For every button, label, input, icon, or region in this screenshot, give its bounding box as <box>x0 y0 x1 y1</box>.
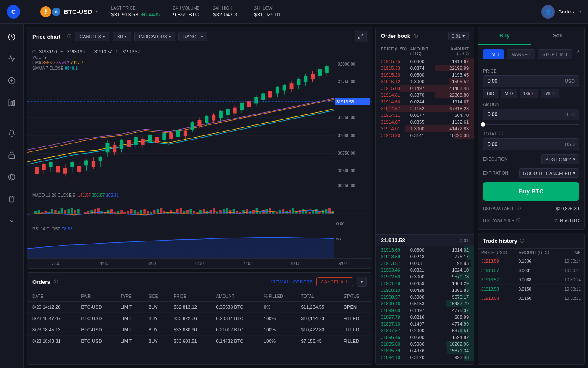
orders-expand-button[interactable]: ▾ <box>357 277 367 287</box>
table-row[interactable]: 8/23 18:43:31 BTC-USD LIMIT BUY $33,603.… <box>27 336 372 347</box>
pct5-button[interactable]: 5% ▼ <box>541 89 559 98</box>
buy-sell-tabs: Buy Sell <box>478 27 584 45</box>
order-book-bid-row[interactable]: 31895.79 0.4976 15871.34 <box>376 347 474 354</box>
mid-button[interactable]: MID <box>501 89 517 98</box>
order-book-bid-row[interactable]: 31897.79 0.0216 688.99 <box>376 314 474 320</box>
bid-bar <box>467 334 474 341</box>
trade-history-info-icon[interactable]: ⓘ <box>520 238 524 244</box>
range-button[interactable]: RANGE ▾ <box>178 32 207 41</box>
pair-selector[interactable]: ₿ $ BTC-USD ▾ <box>40 6 98 17</box>
table-row[interactable]: 8/23 18:45:13 BTC-USD LIMIT BUY $33,630.… <box>27 324 372 336</box>
svg-rect-36 <box>92 161 95 167</box>
svg-rect-130 <box>91 210 93 214</box>
sidebar-item-bell[interactable] <box>5 127 18 140</box>
order-book-bid-row[interactable]: 31899.46 0.5153 16437.79 <box>376 300 474 307</box>
order-price: $33,630.90 <box>169 324 211 336</box>
order-book-bid-row[interactable]: 31900.10 0.0428 1365.83 <box>376 287 474 294</box>
volume-label: 24H VOLUME <box>173 6 200 11</box>
back-button[interactable]: ← <box>27 8 34 16</box>
sell-tab[interactable]: Sell <box>531 27 585 45</box>
order-book-ask-row[interactable]: 31914.01 1.3000 41472.83 <box>376 125 474 132</box>
avatar: 👤 <box>541 5 555 19</box>
usd-info-icon[interactable]: ⓘ <box>517 206 521 212</box>
sidebar-item-chart[interactable] <box>5 52 18 66</box>
table-row[interactable]: 8/23 18:47:47 BTC-USD LIMIT BUY $33,622.… <box>27 313 372 324</box>
order-book-ask-row[interactable]: 31914.57 2.1152 67318.28 <box>376 105 474 112</box>
execution-caret-icon: ▾ <box>573 156 575 162</box>
order-book-ask-row[interactable]: 31915.33 0.0374 22196.99 <box>376 65 474 71</box>
sidebar-item-clock[interactable] <box>5 30 18 44</box>
order-book-ask-row[interactable]: 31914.07 0.0355 1132.61 <box>376 119 474 125</box>
order-book-bid-row[interactable]: 31894.10 0.3120 993.43 <box>376 354 474 361</box>
order-book-bid-row[interactable]: 31900.57 0.3000 9570.17 <box>376 294 474 300</box>
svg-rect-4 <box>9 100 10 106</box>
svg-text:31250.00: 31250.00 <box>338 115 355 120</box>
bid-amount: 0.0031 <box>410 261 440 266</box>
order-book-ask-row[interactable]: 31914.66 0.0244 1914.67 <box>376 98 474 105</box>
total-info-icon[interactable]: ⓘ <box>499 131 503 137</box>
sidebar-item-bar-chart[interactable] <box>5 96 18 109</box>
chart-info-icon[interactable]: ⓘ <box>67 34 71 40</box>
btc-info-icon[interactable]: ⓘ <box>516 217 520 223</box>
bid-amount: 0.0500 <box>410 335 440 340</box>
sidebar-item-lock[interactable] <box>5 148 18 162</box>
sidebar-item-circle[interactable] <box>5 74 18 87</box>
order-book-info-icon[interactable]: ⓘ <box>414 33 418 39</box>
interval-button[interactable]: 3H ▾ <box>113 32 131 41</box>
order-book-bid-row[interactable]: 31903.46 0.0321 1024.10 <box>376 267 474 273</box>
ask-total: 1132.61 <box>439 119 469 124</box>
precision-selector[interactable]: 0.01 ▾ <box>448 32 469 40</box>
order-book-bid-row[interactable]: 31899.60 0.1497 4775.37 <box>376 307 474 314</box>
amount-slider[interactable] <box>483 124 579 125</box>
order-book-bid-row[interactable]: 31913.57 0.0031 98.93 <box>376 260 474 267</box>
sidebar-item-trash[interactable] <box>5 192 18 206</box>
order-book-bid-row[interactable]: 31896.46 0.0500 1594.82 <box>376 334 474 341</box>
order-book-bid-row[interactable]: 31913.59 0.0243 775.17 <box>376 253 474 260</box>
ask-price: 31915.75 <box>381 59 410 64</box>
order-book-ask-row[interactable]: 31914.81 0.3870 22308.80 <box>376 92 474 98</box>
order-book-ask-row[interactable]: 31913.90 0.3141 10020.38 <box>376 132 474 139</box>
expiration-select[interactable]: GOOD TIL CANCELED ▾ <box>519 168 579 178</box>
indicators-button[interactable]: INDICATORS ▾ <box>134 32 175 41</box>
fullscreen-button[interactable] <box>355 31 367 42</box>
stop-limit-button[interactable]: STOP LIMIT <box>538 49 572 59</box>
candles-button[interactable]: CANDLES ▾ <box>75 32 109 41</box>
pct1-button[interactable]: 1% ▼ <box>520 89 538 98</box>
col-amount: AMOUNT <box>211 291 259 302</box>
order-type: LIMIT <box>116 324 144 336</box>
limit-button[interactable]: LIMIT <box>483 49 504 59</box>
order-book-ask-row[interactable]: 31915.75 0.0600 1914.67 <box>376 58 474 65</box>
order-book-ask-row[interactable]: 31915.12 1.3000 1595.52 <box>376 78 474 85</box>
user-section[interactable]: 👤 Andrea ▾ <box>541 5 581 19</box>
market-button[interactable]: MARKET <box>507 49 535 59</box>
sidebar-item-expand[interactable] <box>5 214 18 228</box>
usd-icon: $ <box>52 8 60 16</box>
order-book-bid-row[interactable]: 31897.10 0.1497 4774.99 <box>376 320 474 327</box>
orders-info-icon[interactable]: ⓘ <box>54 279 58 285</box>
order-book-bid-row[interactable]: 31895.60 0.5080 16202.96 <box>376 341 474 347</box>
buy-btc-button[interactable]: Buy BTC <box>483 182 579 201</box>
order-book-bid-row[interactable]: 31902.60 0.3000 9570.78 <box>376 273 474 280</box>
sidebar-item-globe[interactable] <box>5 170 18 184</box>
order-book-ask-row[interactable]: 31915.20 0.0500 1193.45 <box>376 71 474 78</box>
buy-tab[interactable]: Buy <box>478 27 531 45</box>
total-input[interactable] <box>488 141 565 147</box>
slider-thumb[interactable] <box>481 122 485 127</box>
order-book-bid-row[interactable]: 31901.79 0.0459 1464.29 <box>376 280 474 287</box>
expiration-caret-icon: ▾ <box>573 170 575 176</box>
bid-price: 31899.46 <box>381 301 410 306</box>
execution-select[interactable]: POST ONLY ▾ <box>541 154 579 164</box>
svg-rect-198 <box>315 209 318 214</box>
svg-rect-195 <box>305 211 308 214</box>
order-type-help-icon[interactable]: ? <box>577 49 579 59</box>
view-all-orders-button[interactable]: VIEW ALL ORDERS <box>271 279 313 284</box>
bid-button[interactable]: BID <box>483 89 498 98</box>
order-book-bid-row[interactable]: 31897.57 0.2000 6379.51 <box>376 327 474 334</box>
cancel-all-button[interactable]: CANCEL ALL <box>316 277 353 286</box>
amount-input[interactable] <box>488 111 565 117</box>
order-book-ask-row[interactable]: 31915.03 0.1497 41483.48 <box>376 85 474 92</box>
order-book-bid-row[interactable]: 31913.69 0.0600 1914.02 <box>376 246 474 253</box>
table-row[interactable]: 8/26 14:12:26 BTC-USD LIMIT BUY $32,813.… <box>27 302 372 313</box>
order-book-ask-row[interactable]: 31914.11 0.0177 564.70 <box>376 112 474 119</box>
price-input[interactable] <box>488 78 565 84</box>
